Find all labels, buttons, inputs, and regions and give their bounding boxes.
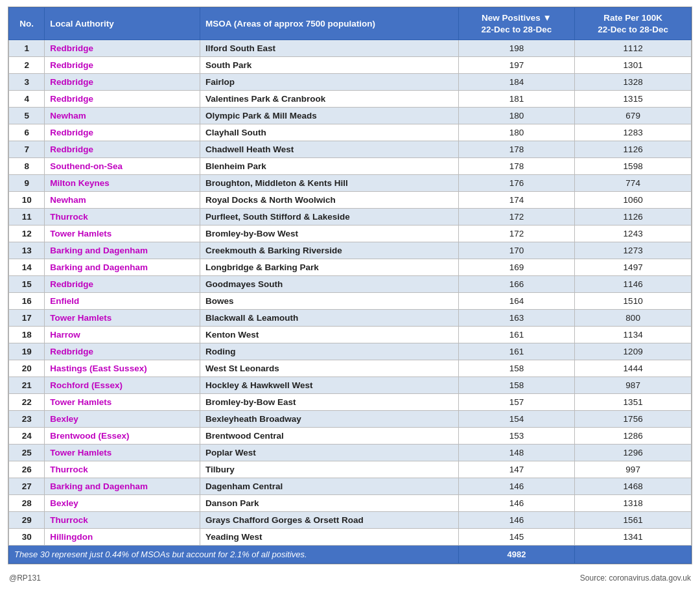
cell-msoa: Ilford South East bbox=[200, 40, 458, 57]
col-msoa-header: MSOA (Areas of approx 7500 population) bbox=[200, 8, 458, 40]
cell-authority[interactable]: Milton Keynes bbox=[45, 175, 200, 192]
cell-no: 12 bbox=[9, 226, 45, 242]
table-row: 22Tower HamletsBromley-by-Bow East157135… bbox=[9, 394, 692, 411]
cell-positives: 166 bbox=[458, 276, 575, 293]
cell-authority[interactable]: Enfield bbox=[45, 293, 200, 310]
cell-authority[interactable]: Redbridge bbox=[45, 91, 200, 108]
cell-no: 3 bbox=[9, 74, 45, 91]
cell-rate: 1318 bbox=[575, 495, 692, 512]
cell-authority[interactable]: Brentwood (Essex) bbox=[45, 428, 200, 445]
cell-msoa: Tilbury bbox=[200, 461, 458, 478]
cell-msoa: Brentwood Central bbox=[200, 428, 458, 445]
table-row: 12Tower HamletsBromley-by-Bow West172124… bbox=[9, 226, 692, 242]
table-row: 21Rochford (Essex)Hockley & Hawkwell Wes… bbox=[9, 377, 692, 394]
cell-no: 24 bbox=[9, 428, 45, 445]
cell-authority[interactable]: Redbridge bbox=[45, 141, 200, 158]
col-no-header: No. bbox=[9, 8, 45, 40]
table-row: 28BexleyDanson Park1461318 bbox=[9, 495, 692, 512]
cell-rate: 1328 bbox=[575, 74, 692, 91]
cell-authority[interactable]: Southend-on-Sea bbox=[45, 158, 200, 175]
cell-no: 2 bbox=[9, 57, 45, 74]
cell-no: 15 bbox=[9, 276, 45, 293]
table-row: 23BexleyBexleyheath Broadway1541756 bbox=[9, 411, 692, 428]
cell-authority[interactable]: Barking and Dagenham bbox=[45, 259, 200, 276]
cell-rate: 997 bbox=[575, 461, 692, 478]
table-row: 8Southend-on-SeaBlenheim Park1781598 bbox=[9, 158, 692, 175]
cell-authority[interactable]: Harrow bbox=[45, 327, 200, 343]
table-row: 26ThurrockTilbury147997 bbox=[9, 461, 692, 478]
cell-positives: 172 bbox=[458, 209, 575, 226]
cell-authority[interactable]: Redbridge bbox=[45, 74, 200, 91]
cell-authority[interactable]: Redbridge bbox=[45, 40, 200, 57]
cell-no: 13 bbox=[9, 242, 45, 259]
cell-authority[interactable]: Thurrock bbox=[45, 461, 200, 478]
cell-no: 16 bbox=[9, 293, 45, 310]
cell-authority[interactable]: Bexley bbox=[45, 411, 200, 428]
cell-msoa: Dagenham Central bbox=[200, 478, 458, 495]
cell-authority[interactable]: Barking and Dagenham bbox=[45, 242, 200, 259]
cell-no: 7 bbox=[9, 141, 45, 158]
cell-authority[interactable]: Redbridge bbox=[45, 57, 200, 74]
cell-no: 17 bbox=[9, 310, 45, 327]
cell-authority[interactable]: Redbridge bbox=[45, 124, 200, 141]
cell-authority[interactable]: Tower Hamlets bbox=[45, 226, 200, 242]
cell-msoa: Roding bbox=[200, 343, 458, 360]
cell-rate: 1351 bbox=[575, 394, 692, 411]
table-row: 2RedbridgeSouth Park1971301 bbox=[9, 57, 692, 74]
cell-authority[interactable]: Redbridge bbox=[45, 276, 200, 293]
table-row: 15RedbridgeGoodmayes South1661146 bbox=[9, 276, 692, 293]
cell-authority[interactable]: Bexley bbox=[45, 495, 200, 512]
cell-authority[interactable]: Redbridge bbox=[45, 343, 200, 360]
cell-rate: 987 bbox=[575, 377, 692, 394]
cell-no: 9 bbox=[9, 175, 45, 192]
cell-msoa: Blackwall & Leamouth bbox=[200, 310, 458, 327]
table-row: 29ThurrockGrays Chafford Gorges & Orsett… bbox=[9, 512, 692, 529]
cell-no: 5 bbox=[9, 108, 45, 124]
cell-positives: 146 bbox=[458, 495, 575, 512]
cell-authority[interactable]: Hastings (East Sussex) bbox=[45, 360, 200, 377]
cell-no: 11 bbox=[9, 209, 45, 226]
cell-msoa: Chadwell Heath West bbox=[200, 141, 458, 158]
cell-authority[interactable]: Tower Hamlets bbox=[45, 445, 200, 461]
cell-authority[interactable]: Tower Hamlets bbox=[45, 310, 200, 327]
col-positives-header[interactable]: New Positives ▼ 22-Dec to 28-Dec bbox=[458, 8, 575, 40]
cell-no: 23 bbox=[9, 411, 45, 428]
cell-positives: 178 bbox=[458, 158, 575, 175]
cell-authority[interactable]: Thurrock bbox=[45, 512, 200, 529]
cell-no: 29 bbox=[9, 512, 45, 529]
cell-authority[interactable]: Rochford (Essex) bbox=[45, 377, 200, 394]
table-row: 14Barking and DagenhamLongbridge & Barki… bbox=[9, 259, 692, 276]
cell-no: 14 bbox=[9, 259, 45, 276]
cell-rate: 1126 bbox=[575, 209, 692, 226]
table-row: 1RedbridgeIlford South East1981112 bbox=[9, 40, 692, 57]
cell-msoa: Bromley-by-Bow West bbox=[200, 226, 458, 242]
table-row: 5NewhamOlympic Park & Mill Meads180679 bbox=[9, 108, 692, 124]
cell-msoa: Bromley-by-Bow East bbox=[200, 394, 458, 411]
cell-authority[interactable]: Tower Hamlets bbox=[45, 394, 200, 411]
cell-authority[interactable]: Newham bbox=[45, 192, 200, 209]
table-row: 17Tower HamletsBlackwall & Leamouth16380… bbox=[9, 310, 692, 327]
cell-msoa: Poplar West bbox=[200, 445, 458, 461]
footer-note: These 30 represent just 0.44% of MSOAs b… bbox=[9, 546, 459, 564]
cell-authority[interactable]: Thurrock bbox=[45, 209, 200, 226]
bottom-bar: @RP131 Source: coronavirus.data.gov.uk bbox=[0, 571, 700, 585]
cell-msoa: Valentines Park & Cranbrook bbox=[200, 91, 458, 108]
cell-authority[interactable]: Barking and Dagenham bbox=[45, 478, 200, 495]
cell-rate: 1273 bbox=[575, 242, 692, 259]
cell-rate: 1209 bbox=[575, 343, 692, 360]
cell-rate: 1756 bbox=[575, 411, 692, 428]
table-row: 19RedbridgeRoding1611209 bbox=[9, 343, 692, 360]
cell-positives: 197 bbox=[458, 57, 575, 74]
cell-positives: 180 bbox=[458, 108, 575, 124]
cell-rate: 1561 bbox=[575, 512, 692, 529]
cell-authority[interactable]: Newham bbox=[45, 108, 200, 124]
table-row: 20Hastings (East Sussex)West St Leonards… bbox=[9, 360, 692, 377]
cell-rate: 1134 bbox=[575, 327, 692, 343]
cell-rate: 1598 bbox=[575, 158, 692, 175]
cell-rate: 800 bbox=[575, 310, 692, 327]
table-row: 10NewhamRoyal Docks & North Woolwich1741… bbox=[9, 192, 692, 209]
cell-positives: 148 bbox=[458, 445, 575, 461]
cell-msoa: Kenton West bbox=[200, 327, 458, 343]
cell-rate: 1146 bbox=[575, 276, 692, 293]
cell-authority[interactable]: Hillingdon bbox=[45, 529, 200, 546]
